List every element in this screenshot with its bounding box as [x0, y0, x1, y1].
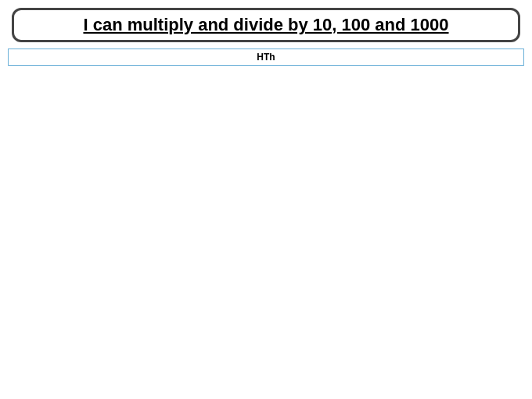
- title-box: I can multiply and divide by 10, 100 and…: [12, 8, 520, 42]
- col-abbr-hth: HTh: [9, 49, 524, 66]
- page-title: I can multiply and divide by 10, 100 and…: [83, 15, 448, 34]
- abbr-row: HTh: [9, 49, 524, 66]
- place-value-table: HTh: [8, 49, 524, 66]
